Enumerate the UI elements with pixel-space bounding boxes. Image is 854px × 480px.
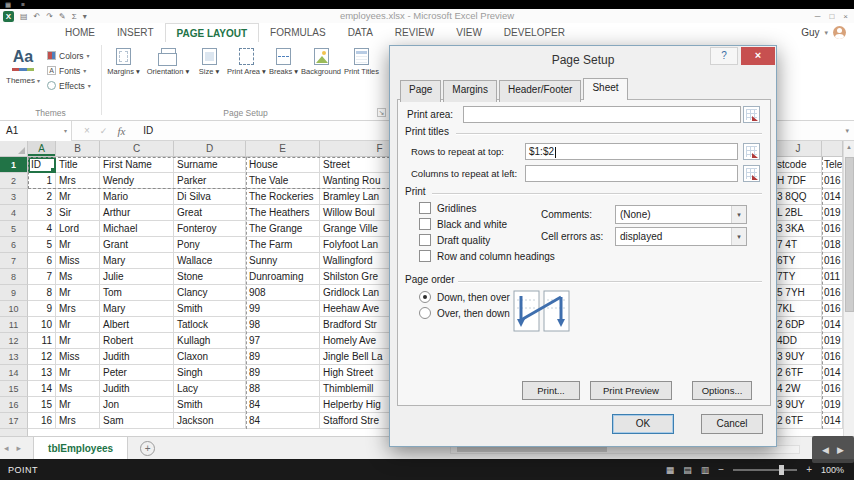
ribbon-tab-view[interactable]: VIEW (445, 23, 493, 42)
right-cell-r15-c1[interactable]: 4 2W (775, 381, 822, 397)
cell-a8[interactable]: 7 (28, 269, 56, 285)
row-header-15[interactable]: 15 (0, 381, 28, 397)
cell-d8[interactable]: Stone (174, 269, 246, 285)
insert-function-icon[interactable]: fx (117, 125, 125, 137)
enter-entry-icon[interactable]: ✓ (100, 126, 108, 136)
chevron-down-icon[interactable]: ▾ (731, 206, 746, 223)
row-header-2[interactable]: 2 (0, 173, 28, 189)
ok-button[interactable]: OK (612, 414, 674, 434)
row-header-3[interactable]: 3 (0, 189, 28, 205)
horizontal-scrollbar-thumb[interactable] (457, 447, 607, 452)
cell-a9[interactable]: 8 (28, 285, 56, 301)
column-header-a[interactable]: A (28, 141, 56, 157)
cell-d6[interactable]: Pony (174, 237, 246, 253)
zoom-slider-thumb[interactable] (779, 465, 784, 475)
cell-e10[interactable]: 99 (246, 301, 320, 317)
ribbon-tab-developer[interactable]: DEVELOPER (493, 23, 576, 42)
cell-d2[interactable]: Parker (174, 173, 246, 189)
cell-c16[interactable]: Jon (100, 397, 174, 413)
cell-b14[interactable]: Mr (56, 365, 100, 381)
right-cell-r17-c1[interactable]: 2 6TF (775, 413, 822, 429)
right-cell-r4-c1[interactable]: L 2BL (775, 205, 822, 221)
zoom-slider[interactable] (733, 469, 797, 471)
new-sheet-button[interactable]: + (140, 441, 155, 456)
cell-a17[interactable]: 16 (28, 413, 56, 429)
themes-item-fonts[interactable]: Fonts▾ (45, 63, 100, 78)
cell-e7[interactable]: Sunny (246, 253, 320, 269)
right-cell-r3-c2[interactable]: 014 (822, 189, 843, 205)
right-cell-r7-c2[interactable]: 016 (822, 253, 843, 269)
row-header-10[interactable]: 10 (0, 301, 28, 317)
cell-a11[interactable]: 10 (28, 317, 56, 333)
cell-a4[interactable]: 3 (28, 205, 56, 221)
cell-a12[interactable]: 11 (28, 333, 56, 349)
ribbon-button-print-titles[interactable]: Print Titles (341, 46, 382, 106)
cell-e6[interactable]: The Farm (246, 237, 320, 253)
cell-d9[interactable]: Clancy (174, 285, 246, 301)
chevron-down-icon[interactable]: ▾ (731, 228, 746, 245)
cols-repeat-range-selector-icon[interactable] (743, 165, 760, 182)
right-cell-r16-c2[interactable]: 019 (822, 397, 843, 413)
cell-c9[interactable]: Tom (100, 285, 174, 301)
print-area-range-selector-icon[interactable] (743, 106, 760, 123)
row-header-8[interactable]: 8 (0, 269, 28, 285)
player-grid-icon[interactable]: ▦ (5, 0, 11, 9)
right-cell-r16-c1[interactable]: 3 9UY (775, 397, 822, 413)
normal-view-icon[interactable]: ▦ (666, 465, 675, 475)
right-cell-r4-c2[interactable]: 019 (822, 205, 843, 221)
column-header-b[interactable]: B (56, 141, 100, 157)
print-button[interactable]: Print... (522, 381, 580, 400)
cell-a6[interactable]: 5 (28, 237, 56, 253)
checkbox-gridlines[interactable]: Gridlines (419, 200, 555, 216)
right-cell-r1-c2[interactable]: Tele (822, 157, 843, 173)
cell-c6[interactable]: Grant (100, 237, 174, 253)
cell-c11[interactable]: Albert (100, 317, 174, 333)
cell-errors-dropdown[interactable]: displayed ▾ (615, 227, 747, 246)
right-cell-r14-c1[interactable]: 2 6TF (775, 365, 822, 381)
themes-button[interactable]: Aa Themes▾ (4, 46, 42, 102)
right-cell-r2-c1[interactable]: H 7DF (775, 173, 822, 189)
row-header-5[interactable]: 5 (0, 221, 28, 237)
cell-e12[interactable]: 97 (246, 333, 320, 349)
cell-d10[interactable]: Smith (174, 301, 246, 317)
cell-c3[interactable]: Mario (100, 189, 174, 205)
cell-c15[interactable]: Judith (100, 381, 174, 397)
row-header-1[interactable]: 1 (0, 157, 28, 173)
cell-b5[interactable]: Lord (56, 221, 100, 237)
name-box[interactable]: A1 ▾ (0, 121, 72, 141)
cell-e13[interactable]: 89 (246, 349, 320, 365)
right-cell-r13-c1[interactable]: 3 9UY (775, 349, 822, 365)
ribbon-button-margins[interactable]: Margins ▾ (102, 46, 145, 106)
zoom-out-icon[interactable]: − (718, 464, 724, 475)
cell-e11[interactable]: 98 (246, 317, 320, 333)
ribbon-button-background[interactable]: Background (301, 46, 341, 106)
cell-b13[interactable]: Miss (56, 349, 100, 365)
cell-c8[interactable]: Julie (100, 269, 174, 285)
cell-e5[interactable]: The Grange (246, 221, 320, 237)
row-header-13[interactable]: 13 (0, 349, 28, 365)
row-header-16[interactable]: 16 (0, 397, 28, 413)
cell-d15[interactable]: Lacy (174, 381, 246, 397)
cols-repeat-input[interactable] (525, 165, 738, 182)
video-next-icon[interactable]: ▶ (837, 445, 844, 455)
row-header-7[interactable]: 7 (0, 253, 28, 269)
right-cell-r10-c1[interactable]: 7KL (775, 301, 822, 317)
ribbon-tab-home[interactable]: HOME (54, 23, 106, 42)
cell-d16[interactable]: Smith (174, 397, 246, 413)
ribbon-tab-data[interactable]: DATA (337, 23, 384, 42)
dialog-tab-page[interactable]: Page (400, 80, 441, 102)
right-cell-r1-c1[interactable]: stcode (775, 157, 822, 173)
column-header-e[interactable]: E (246, 141, 320, 157)
right-cell-r9-c1[interactable]: 5 7YH (775, 285, 822, 301)
cell-b10[interactable]: Mrs (56, 301, 100, 317)
row-header-12[interactable]: 12 (0, 333, 28, 349)
themes-item-colors[interactable]: Colors▾ (45, 48, 100, 63)
cell-c4[interactable]: Arthur (100, 205, 174, 221)
cell-a16[interactable]: 15 (28, 397, 56, 413)
themes-item-effects[interactable]: Effects▾ (45, 78, 100, 93)
ribbon-button-breaks[interactable]: Breaks ▾ (266, 46, 301, 106)
user-avatar[interactable] (833, 26, 846, 39)
radio-down-then-over[interactable]: Down, then over (419, 289, 510, 305)
cell-c12[interactable]: Robert (100, 333, 174, 349)
formula-bar-expand-icon[interactable]: ▾ (845, 127, 854, 135)
